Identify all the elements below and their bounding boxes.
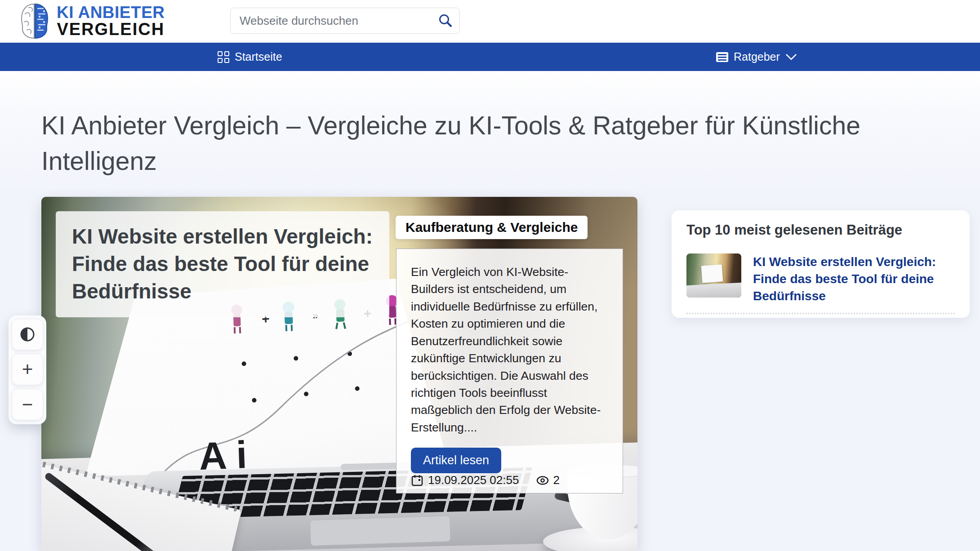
- article-list-icon: [716, 52, 728, 62]
- featured-article-title[interactable]: KI Website erstellen Vergleich: Finde da…: [56, 211, 389, 317]
- contrast-toggle-button[interactable]: [12, 319, 43, 350]
- home-grid-icon: [218, 51, 229, 63]
- publish-date: 19.09.2025 02:55: [428, 473, 519, 487]
- list-separator: [686, 313, 955, 314]
- nav-ratgeber-label: Ratgeber: [734, 50, 780, 63]
- search-input[interactable]: [231, 8, 432, 33]
- top-posts-heading: Top 10 meist gelesenen Beiträge: [686, 222, 902, 238]
- category-badge[interactable]: Kaufberatung & Vergleiche: [396, 216, 588, 239]
- brain-logo-icon: [20, 2, 49, 40]
- font-decrease-button[interactable]: −: [12, 389, 43, 420]
- logo-line-1: KI ANBIETER: [57, 4, 165, 21]
- site-search: [230, 8, 460, 34]
- calendar-icon: [411, 474, 423, 487]
- site-logo[interactable]: KI ANBIETER VERGLEICH: [20, 2, 165, 40]
- nav-startseite-label: Startseite: [235, 50, 282, 63]
- read-article-button[interactable]: Artikel lesen: [411, 448, 501, 473]
- eye-icon: [536, 475, 549, 485]
- logo-line-2: VERGLEICH: [57, 21, 165, 38]
- accessibility-widget: + −: [9, 315, 46, 424]
- contrast-icon: [19, 326, 36, 343]
- site-header: KI ANBIETER VERGLEICH: [0, 0, 980, 43]
- logo-text: KI ANBIETER VERGLEICH: [57, 4, 165, 38]
- featured-article-card[interactable]: + » + A i: [41, 197, 637, 551]
- nav-item-ratgeber[interactable]: Ratgeber: [716, 43, 797, 71]
- view-count-value: 2: [553, 473, 559, 487]
- search-button[interactable]: [432, 8, 459, 33]
- article-excerpt-card: Ein Vergleich von KI-Website-Builders is…: [396, 249, 623, 493]
- font-increase-button[interactable]: +: [12, 354, 43, 385]
- chevron-down-icon: [785, 53, 797, 61]
- screen-dots: [241, 351, 360, 403]
- article-excerpt: Ein Vergleich von KI-Website-Builders is…: [411, 263, 608, 436]
- page-title: KI Anbieter Vergleich – Vergleiche zu KI…: [41, 108, 949, 178]
- article-meta: 19.09.2025 02:55 2: [411, 473, 608, 487]
- nav-item-startseite[interactable]: Startseite: [218, 43, 282, 71]
- main-content: KI Anbieter Vergleich – Vergleiche zu KI…: [0, 71, 980, 551]
- main-nav: Startseite Ratgeber: [0, 43, 980, 71]
- laptop-trackpad: [310, 515, 451, 546]
- view-count: 2: [536, 473, 559, 487]
- top-posts-widget: Top 10 meist gelesenen Beiträge KI Websi…: [672, 210, 970, 318]
- top-post-link[interactable]: KI Website erstellen Vergleich: Finde da…: [753, 253, 957, 305]
- top-post-thumbnail[interactable]: [686, 253, 741, 298]
- page: KI ANBIETER VERGLEICH Startseite Ratgebe…: [0, 0, 980, 551]
- screen-trend-line: [156, 317, 427, 475]
- search-icon: [438, 13, 453, 28]
- top-post-item[interactable]: KI Website erstellen Vergleich: Finde da…: [686, 253, 957, 305]
